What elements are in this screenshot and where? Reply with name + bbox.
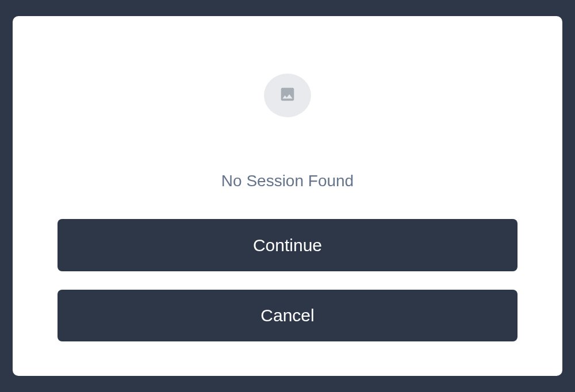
continue-button[interactable]: Continue <box>57 219 518 271</box>
dialog-card: No Session Found Continue Cancel <box>13 16 562 376</box>
image-placeholder-icon <box>279 86 296 105</box>
cancel-button[interactable]: Cancel <box>57 290 518 341</box>
dialog-message: No Session Found <box>221 172 354 190</box>
dialog-icon-container <box>264 74 311 117</box>
